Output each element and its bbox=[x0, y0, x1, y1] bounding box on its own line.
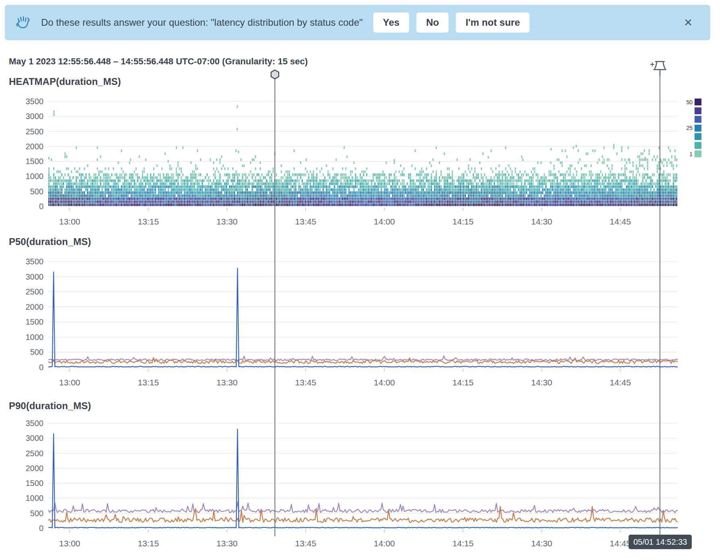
heatmap-legend: 50251 bbox=[681, 99, 701, 158]
legend-row bbox=[681, 107, 701, 115]
heatmap-x-axis-label: 14:30 bbox=[531, 217, 552, 226]
heatmap-y-axis-label: 0 bbox=[39, 202, 43, 211]
p50-y-axis-label: 0 bbox=[39, 363, 43, 372]
heatmap-x-axis-label: 13:00 bbox=[59, 217, 81, 226]
legend-color-swatch bbox=[695, 133, 701, 140]
legend-value-label: 25 bbox=[681, 125, 693, 131]
p50-x-axis-label: 14:45 bbox=[610, 378, 631, 387]
p50-x-axis-label: 13:30 bbox=[216, 378, 238, 387]
heatmap-x-axis-label: 14:00 bbox=[374, 217, 395, 226]
p90-y-axis-label: 0 bbox=[39, 524, 43, 533]
legend-row bbox=[681, 116, 701, 123]
p50-x-axis-label: 14:00 bbox=[374, 378, 395, 387]
p90-series-line-purple bbox=[48, 502, 678, 513]
heatmap-y-axis-label: 2500 bbox=[26, 127, 44, 136]
legend-color-swatch bbox=[695, 125, 701, 132]
legend-row bbox=[681, 133, 701, 140]
p50-series-line-orange bbox=[48, 358, 678, 364]
heatmap-x-axis-label: 13:45 bbox=[295, 217, 316, 226]
p50-y-axis-label: 3500 bbox=[26, 257, 44, 266]
p50-y-axis-label: 1500 bbox=[26, 317, 44, 326]
heatmap-y-axis-label: 2000 bbox=[26, 142, 44, 151]
p90-axes: 050010001500200025003000350013:0013:1513… bbox=[26, 419, 678, 548]
p90-y-axis-label: 3500 bbox=[26, 419, 44, 428]
p50-y-axis-label: 2000 bbox=[26, 303, 44, 311]
p90-y-axis-label: 1000 bbox=[26, 494, 44, 502]
app-window: Do these results answer your question: "… bbox=[0, 0, 728, 560]
p50-x-axis-label: 13:15 bbox=[138, 378, 159, 387]
p90-y-axis-label: 2000 bbox=[26, 464, 44, 473]
legend-color-swatch bbox=[695, 107, 701, 114]
heatmap-y-axis-label: 500 bbox=[30, 187, 43, 196]
heatmap-y-axis-label: 1000 bbox=[26, 172, 44, 181]
p50-axes: 050010001500200025003000350013:0013:1513… bbox=[26, 257, 678, 387]
p50-y-axis-label: 500 bbox=[30, 348, 43, 356]
legend-value-label: 50 bbox=[681, 99, 693, 105]
p90-x-axis-label: 13:15 bbox=[138, 539, 159, 548]
heatmap-y-axis-label: 3000 bbox=[26, 112, 44, 121]
legend-value-label: 1 bbox=[681, 151, 693, 157]
p90-x-axis-label: 13:00 bbox=[59, 539, 81, 548]
legend-row: 25 bbox=[681, 125, 701, 132]
charts-canvas[interactable]: 050010001500200025003000350013:0013:1513… bbox=[0, 0, 728, 560]
p50-x-axis-label: 14:30 bbox=[531, 378, 552, 387]
p50-y-axis-label: 1000 bbox=[26, 333, 44, 342]
p50-y-axis-label: 2500 bbox=[26, 287, 44, 296]
p50-x-axis-label: 14:15 bbox=[453, 378, 474, 387]
p90-x-axis-label: 14:15 bbox=[453, 539, 474, 548]
p90-x-axis-label: 14:30 bbox=[531, 539, 552, 548]
legend-row: 1 bbox=[681, 150, 701, 158]
pinned-time-tooltip: 05/01 14:52:33 bbox=[629, 535, 692, 549]
heatmap-x-axis-label: 14:15 bbox=[453, 217, 474, 226]
heatmap-y-axis-label: 1500 bbox=[26, 157, 44, 166]
p90-x-axis-label: 14:00 bbox=[374, 539, 395, 548]
p90-y-axis-label: 1500 bbox=[26, 479, 44, 488]
p90-y-axis-label: 500 bbox=[30, 509, 43, 518]
legend-color-swatch bbox=[695, 142, 701, 149]
p90-x-axis-label: 14:45 bbox=[610, 539, 631, 548]
legend-color-swatch bbox=[695, 116, 701, 123]
p50-x-axis-label: 13:45 bbox=[295, 378, 316, 387]
p50-x-axis-label: 13:00 bbox=[59, 378, 81, 387]
p50-y-axis-label: 3000 bbox=[26, 272, 44, 281]
p90-x-axis-label: 13:30 bbox=[216, 539, 238, 548]
p90-series-line-orange bbox=[48, 506, 678, 523]
heatmap-axes: 050010001500200025003000350013:0013:1513… bbox=[26, 97, 678, 226]
p50-series-line-purple bbox=[48, 356, 678, 361]
heatmap-x-axis-label: 13:30 bbox=[216, 217, 238, 226]
heatmap-cells bbox=[48, 105, 677, 206]
p90-y-axis-label: 3000 bbox=[26, 434, 44, 443]
legend-row bbox=[681, 142, 701, 149]
p90-x-axis-label: 13:45 bbox=[295, 539, 316, 548]
legend-row: 50 bbox=[681, 99, 701, 106]
legend-color-swatch bbox=[695, 99, 701, 105]
heatmap-y-axis-label: 3500 bbox=[26, 97, 44, 106]
heatmap-x-axis-label: 14:45 bbox=[610, 217, 631, 226]
legend-color-swatch bbox=[695, 150, 701, 157]
heatmap-x-axis-label: 13:15 bbox=[138, 217, 159, 226]
p90-y-axis-label: 2500 bbox=[26, 449, 44, 458]
